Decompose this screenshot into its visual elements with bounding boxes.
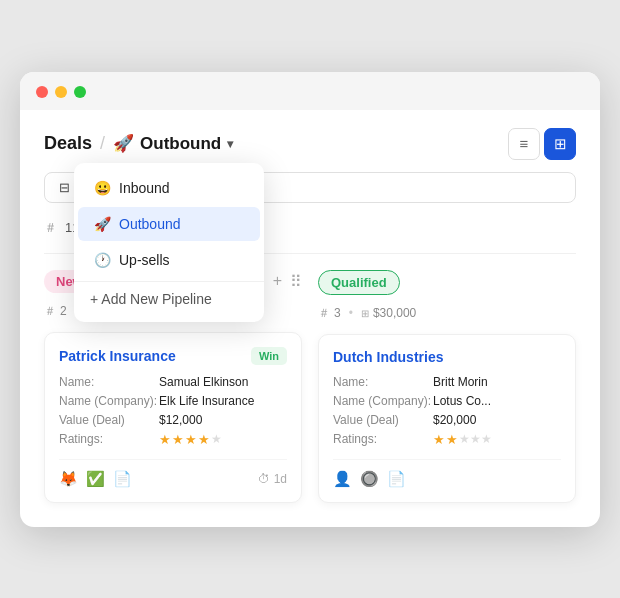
close-dot[interactable] [36,86,48,98]
page-title: Deals [44,133,92,154]
dropdown-item-inbound[interactable]: 😀 Inbound [78,171,260,205]
name-label-dutch: Name: [333,375,433,389]
ratings-label-dutch: Ratings: [333,432,433,447]
card-row-name: Name: Samual Elkinson [59,375,287,389]
column-qualified-header: Qualified [318,270,576,295]
company-label: Name (Company): [59,394,159,408]
list-view-icon: ≡ [520,135,529,152]
company-name: Patrick Insurance [59,348,176,364]
inbound-label: Inbound [119,180,170,196]
card-row-company-dutch: Name (Company): Lotus Co... [333,394,561,408]
check-circle-icon: ✅ [86,470,105,488]
name-value: Samual Elkinson [159,375,248,389]
value-label-dutch: Value (Deal) [333,413,433,427]
time-value: 1d [274,472,287,486]
outbound-emoji: 🚀 [94,216,111,232]
outbound-label: Outbound [119,216,181,232]
card-row-value-dutch: Value (Deal) $20,000 [333,413,561,427]
hash-icon-col1: ＃ [44,303,56,320]
grid-view-button[interactable]: ⊞ [544,128,576,160]
footer-icons-left: 🦊 ✅ 📄 [59,470,132,488]
dropdown-item-outbound[interactable]: 🚀 Outbound [78,207,260,241]
filter-icon: ⊟ [59,180,70,195]
add-pipeline-label: + Add New Pipeline [90,291,212,307]
stars-filled: ★★★★ [159,432,211,447]
list-view-button[interactable]: ≡ [508,128,540,160]
dropdown-item-upsells[interactable]: 🕐 Up-sells [78,243,260,277]
title-bar [20,72,600,110]
company-name-dutch: Dutch Industries [333,349,443,365]
document-icon-dutch: 📄 [387,470,406,488]
drag-handle-icon[interactable]: ⠿ [290,272,302,291]
view-toggle: ≡ ⊞ [508,128,576,160]
stars-empty-dutch: ★★★ [459,432,492,447]
value-amount: $12,000 [159,413,202,427]
card-footer: 🦊 ✅ 📄 ⏱ 1d [59,459,287,488]
card-row-ratings: Ratings: ★★★★★ [59,432,287,447]
card-header-dutch: Dutch Industries [333,349,561,365]
avatar-icon: 🦊 [59,470,78,488]
card-header: Patrick Insurance Win [59,347,287,365]
pipeline-selector-button[interactable]: 🚀 Outbound ▾ [113,133,233,154]
pipeline-emoji: 🚀 [113,133,134,154]
col2-count: 3 [334,306,341,320]
ratings-label: Ratings: [59,432,159,447]
inbound-emoji: 😀 [94,180,111,196]
card-row-value: Value (Deal) $12,000 [59,413,287,427]
footer-icons-dutch: 👤 🔘 📄 [333,470,406,488]
upsells-emoji: 🕐 [94,252,111,268]
minimize-dot[interactable] [55,86,67,98]
header-row: Deals / 🚀 Outbound ▾ 😀 Inbound 🚀 Outboun… [44,110,576,172]
card-footer-dutch: 👤 🔘 📄 [333,459,561,488]
value-amount-dutch: $20,000 [433,413,476,427]
grid-view-icon: ⊞ [554,135,567,153]
add-card-icon[interactable]: + [273,272,282,290]
company-value: Elk Life Insurance [159,394,254,408]
hash-icon: ＃ [44,219,57,237]
avatar-icon-dutch: 👤 [333,470,352,488]
document-icon: 📄 [113,470,132,488]
win-badge: Win [251,347,287,365]
upsells-label: Up-sells [119,252,170,268]
check-icon-dutch: 🔘 [360,470,379,488]
clock-icon: ⏱ [258,472,270,486]
pipeline-dropdown: 😀 Inbound 🚀 Outbound 🕐 Up-sells + Add Ne… [74,163,264,322]
header-left: Deals / 🚀 Outbound ▾ 😀 Inbound 🚀 Outboun… [44,133,233,154]
hash-icon-col2: ＃ [318,305,330,322]
column-qualified-meta: ＃ 3 • ⊞ $30,000 [318,305,576,322]
breadcrumb-divider: / [100,133,105,154]
pipeline-label: Outbound [140,134,221,154]
card-row-company: Name (Company): Elk Life Insurance [59,394,287,408]
value-label: Value (Deal) [59,413,159,427]
column-new-lead-actions: + ⠿ [273,272,302,291]
company-value-dutch: Lotus Co... [433,394,491,408]
company-label-dutch: Name (Company): [333,394,433,408]
col1-count: 2 [60,304,67,318]
deal-card-dutch-industries: Dutch Industries Name: Britt Morin Name … [318,334,576,503]
deal-card-patrick-insurance: Patrick Insurance Win Name: Samual Elkin… [44,332,302,503]
card-row-ratings-dutch: Ratings: ★★★★★ [333,432,561,447]
card-row-name-dutch: Name: Britt Morin [333,375,561,389]
footer-time: ⏱ 1d [258,472,287,486]
add-pipeline-button[interactable]: + Add New Pipeline [74,281,264,316]
qualified-tag: Qualified [318,270,400,295]
name-value-dutch: Britt Morin [433,375,488,389]
column-qualified: Qualified ＃ 3 • ⊞ $30,000 Dutch Industri… [318,270,576,503]
stars-filled-dutch: ★★ [433,432,459,447]
name-label: Name: [59,375,159,389]
chevron-down-icon: ▾ [227,137,233,151]
maximize-dot[interactable] [74,86,86,98]
app-window: Deals / 🚀 Outbound ▾ 😀 Inbound 🚀 Outboun… [20,72,600,527]
stars-empty: ★ [211,432,222,447]
col2-grid-icon: ⊞ [361,308,369,319]
col2-value: $30,000 [373,306,416,320]
